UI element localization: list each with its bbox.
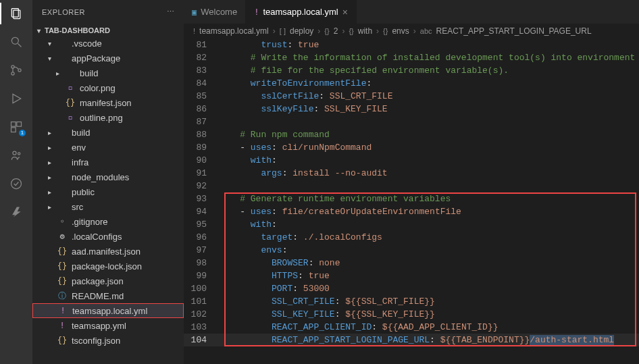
tree-item-outline-png[interactable]: ▫outline.png <box>32 110 184 125</box>
code-line[interactable]: 84 writeToEnvironmentFile: <box>184 77 639 90</box>
teams-icon[interactable] <box>8 147 24 163</box>
tree-item-package-json[interactable]: {}package.json <box>32 274 184 288</box>
more-icon[interactable]: ⋯ <box>167 7 175 16</box>
code-content: with: <box>219 218 639 231</box>
explorer-icon[interactable] <box>8 5 24 22</box>
tree-item-node-modules[interactable]: ▸node_modules <box>32 170 184 184</box>
file-icon: ! <box>57 321 68 330</box>
code-line[interactable]: 103 REACT_APP_CLIENT_ID: ${{AAD_APP_CLIE… <box>184 321 639 334</box>
file-icon: ! <box>57 306 68 315</box>
tab-teamsapp-local-yml[interactable]: !teamsapp.local.yml× <box>246 0 357 24</box>
tree-item-tsconfig-json[interactable]: {}tsconfig.json <box>32 333 184 348</box>
code-line[interactable]: 93 # Generate runtime environment variab… <box>184 192 639 205</box>
svg-line-3 <box>18 44 22 47</box>
breadcrumb-segment[interactable]: 2 <box>334 26 338 36</box>
folder-section-header[interactable]: ▾ TAB-DASHBOARD <box>32 25 184 36</box>
breadcrumb-segment[interactable]: envs <box>392 26 409 36</box>
code-line[interactable]: 83 # file for the specified environment … <box>184 64 639 77</box>
code-line[interactable]: 102 SSL_KEY_FILE: ${{SSL_KEY_FILE}} <box>184 308 639 321</box>
chevron-icon: ▸ <box>46 159 53 166</box>
tree-item--localconfigs[interactable]: ⚙.localConfigs <box>32 229 184 244</box>
code-line[interactable]: 101 SSL_CRT_FILE: ${{SSL_CRT_FILE}} <box>184 295 639 308</box>
code-line[interactable]: 95 with: <box>184 218 639 231</box>
code-editor[interactable]: 81 trust: true82 # Write the information… <box>184 38 639 364</box>
svg-rect-10 <box>11 128 16 132</box>
line-number: 86 <box>184 103 219 115</box>
breadcrumb-icon: {} <box>349 27 353 35</box>
tab-welcome[interactable]: ▣Welcome <box>184 0 246 24</box>
source-control-icon[interactable] <box>8 62 24 78</box>
tree-item-color-png[interactable]: ▫color.png <box>32 80 184 95</box>
code-line[interactable]: 96 target: ./.localConfigs <box>184 231 639 244</box>
chevron-down-icon: ▾ <box>35 27 42 34</box>
breadcrumbs[interactable]: !teamsapp.local.yml›[ ]deploy›{}2›{}with… <box>184 24 639 38</box>
breadcrumb-segment[interactable]: with <box>358 26 372 36</box>
tree-item-public[interactable]: ▸public <box>32 184 184 199</box>
tree-item-package-lock-json[interactable]: {}package-lock.json <box>32 259 184 274</box>
code-line[interactable]: 88 # Run npm command <box>184 128 639 141</box>
tree-item--gitignore[interactable]: ◦.gitignore <box>32 214 184 229</box>
tree-item--vscode[interactable]: ▾.vscode <box>32 36 184 51</box>
chevron-icon: ▸ <box>46 203 53 211</box>
code-line[interactable]: 86 sslKeyFile: SSL_KEY_FILE <box>184 103 639 115</box>
line-number: 94 <box>184 205 219 218</box>
code-content: # file for the specified environment var… <box>219 64 639 77</box>
code-line[interactable]: 104 REACT_APP_START_LOGIN_PAGE_URL: ${{T… <box>184 334 639 346</box>
code-content: HTTPS: true <box>219 269 639 282</box>
code-content: REACT_APP_CLIENT_ID: ${{AAD_APP_CLIENT_I… <box>219 321 639 334</box>
close-icon[interactable]: × <box>342 7 348 18</box>
file-label: teamsapp.yml <box>72 321 126 331</box>
file-label: infra <box>72 157 88 167</box>
breadcrumb-separator: › <box>317 26 320 36</box>
search-icon[interactable] <box>8 34 24 50</box>
line-number: 87 <box>184 115 219 128</box>
svg-point-4 <box>11 66 14 68</box>
code-line[interactable]: 81 trust: true <box>184 38 639 51</box>
breadcrumb-icon: {} <box>383 27 388 35</box>
tree-item-src[interactable]: ▸src <box>32 199 184 214</box>
sidebar-header: EXPLORER ⋯ <box>32 0 184 24</box>
tree-item-build[interactable]: ▸build <box>32 66 184 80</box>
file-label: teamsapp.local.yml <box>72 306 147 316</box>
file-icon: {} <box>57 261 68 271</box>
code-line[interactable]: 82 # Write the information of installed … <box>184 51 639 64</box>
tree-item-aad-manifest-json[interactable]: {}aad.manifest.json <box>32 244 184 259</box>
code-line[interactable]: 90 with: <box>184 154 639 167</box>
svg-rect-9 <box>17 122 22 127</box>
azure-icon[interactable] <box>8 204 24 220</box>
code-line[interactable]: 97 envs: <box>184 244 639 257</box>
tree-item-build[interactable]: ▸build <box>32 125 184 140</box>
extensions-icon[interactable]: 1 <box>8 119 24 135</box>
tree-item-env[interactable]: ▸env <box>32 140 184 155</box>
code-line[interactable]: 91 args: install --no-audit <box>184 167 639 180</box>
file-icon: {} <box>57 276 68 286</box>
breadcrumb-segment[interactable]: deploy <box>290 26 313 36</box>
run-debug-icon[interactable] <box>8 90 24 107</box>
chevron-icon: ▾ <box>46 55 53 62</box>
code-line[interactable]: 87 <box>184 115 639 128</box>
tree-item-apppackage[interactable]: ▾appPackage <box>32 51 184 66</box>
tree-item-infra[interactable]: ▸infra <box>32 155 184 170</box>
line-number: 99 <box>184 269 219 282</box>
chevron-icon: ▸ <box>46 144 53 151</box>
tree-item-teamsapp-local-yml[interactable]: !teamsapp.local.yml <box>32 303 184 318</box>
tree-item-teamsapp-yml[interactable]: !teamsapp.yml <box>32 318 184 333</box>
code-content: # Write the information of installed dev… <box>219 51 639 64</box>
line-number: 95 <box>184 218 219 231</box>
breadcrumb-segment[interactable]: REACT_APP_START_LOGIN_PAGE_URL <box>436 26 592 36</box>
code-line[interactable]: 85 sslCertFile: SSL_CRT_FILE <box>184 90 639 103</box>
breadcrumb-segment[interactable]: teamsapp.local.yml <box>199 26 269 36</box>
tree-item-manifest-json[interactable]: {}manifest.json <box>32 95 184 110</box>
code-line[interactable]: 98 BROWSER: none <box>184 257 639 269</box>
code-line[interactable]: 99 HTTPS: true <box>184 269 639 282</box>
testing-icon[interactable] <box>8 176 24 192</box>
code-line[interactable]: 100 PORT: 53000 <box>184 282 639 295</box>
tree-item-readme-md[interactable]: ⓘREADME.md <box>32 288 184 303</box>
code-content: REACT_APP_START_LOGIN_PAGE_URL: ${{TAB_E… <box>219 334 639 346</box>
code-content: writeToEnvironmentFile: <box>219 77 639 90</box>
code-line[interactable]: 94 - uses: file/createOrUpdateEnvironmen… <box>184 205 639 218</box>
code-line[interactable]: 92 <box>184 180 639 192</box>
code-content: - uses: file/createOrUpdateEnvironmentFi… <box>219 205 639 218</box>
code-line[interactable]: 89 - uses: cli/runNpmCommand <box>184 141 639 154</box>
file-icon: ▫ <box>65 83 76 93</box>
